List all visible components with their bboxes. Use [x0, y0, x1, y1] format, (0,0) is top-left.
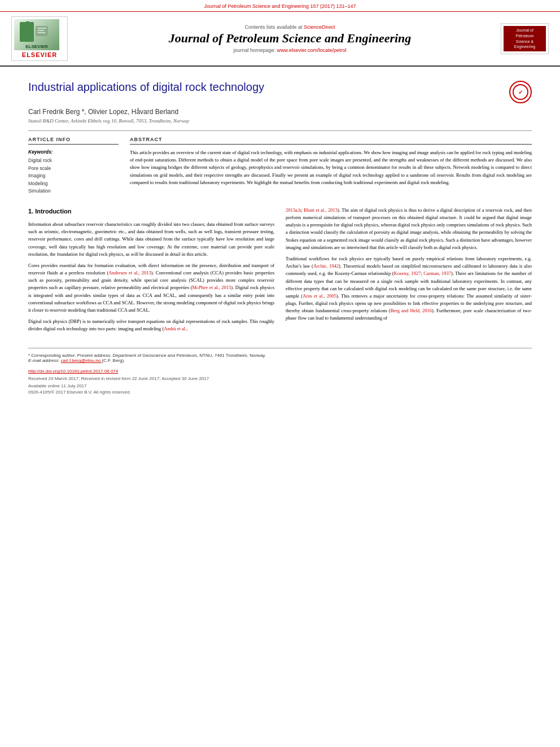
body-para-2: Cores provides essential data for format… — [28, 262, 274, 314]
keyword-5: Simulation — [28, 187, 119, 195]
journal-citation: Journal of Petroleum Science and Enginee… — [204, 3, 356, 9]
journal-header: ELSEVIER Contents lists available at Sci… — [0, 12, 560, 67]
journal-logo-box: Journal of Petroleum Science & Engineeri… — [501, 23, 549, 54]
email-link[interactable]: carl.f.berg@ntnu.no — [61, 358, 102, 363]
svg-rect-1 — [24, 24, 26, 36]
keywords-label: Keywords: — [28, 149, 119, 155]
available-line: Available online 11 July 2017 — [28, 383, 532, 388]
jpe-logo-line1: Journal of — [505, 28, 544, 33]
email-suffix: (C.F. Berg). — [102, 358, 125, 363]
elsevier-image — [14, 19, 59, 50]
science-direct-link[interactable]: ScienceDirect — [304, 24, 335, 30]
ref-carman[interactable]: Carman, 1937 — [423, 270, 451, 276]
article-title-text: Industrial applications of digital rock … — [28, 81, 504, 94]
body-para-3: Digital rock physics (DRP) is to numeric… — [28, 318, 274, 333]
intro-heading: 1. Introduction — [28, 207, 274, 216]
ref-archie[interactable]: Archie, 1942 — [313, 263, 339, 269]
body-column-left: 1. Introduction Information about subsur… — [28, 207, 274, 337]
received-line: Received 24 March 2017; Received in revi… — [28, 376, 532, 381]
ref-2013ab[interactable]: 2013a,b — [286, 207, 301, 213]
abstract-panel: ABSTRACT This article provides an overvi… — [130, 137, 532, 195]
ref-andersen[interactable]: Andersen et al., 2013 — [108, 270, 151, 276]
journal-title: Journal of Petroleum Science and Enginee… — [79, 31, 501, 46]
keyword-1: Digital rock — [28, 157, 119, 165]
keyword-3: Imaging — [28, 172, 119, 180]
jpe-logo-line3: Science & — [505, 39, 544, 45]
abstract-text: This article provides an overview of the… — [130, 149, 532, 186]
abstract-heading: ABSTRACT — [130, 137, 532, 145]
authors-line: Carl Fredrik Berg *, Olivier Lopez, Håva… — [28, 108, 532, 116]
body-para-r2: Traditional workflows for rock physics a… — [286, 255, 532, 322]
body-para-r1: 2013a,b; Blunt et al., 2013). The aim of… — [286, 207, 532, 251]
footnote-area: * Corresponding author. Present address:… — [28, 348, 532, 363]
copyright-line: 0920-4105/© 2017 Elsevier B.V. All right… — [28, 390, 532, 395]
doi-line: http://dx.doi.org/10.1016/j.petrol.2017.… — [28, 369, 532, 374]
ref-kozeny[interactable]: Kozeny, 1927 — [394, 270, 421, 276]
journal-header-middle: Contents lists available at ScienceDirec… — [79, 24, 501, 53]
svg-text:✓: ✓ — [518, 89, 523, 95]
svg-rect-7 — [37, 32, 45, 33]
ref-mcphee[interactable]: McPhee et al., 2015 — [192, 285, 231, 290]
doi-link[interactable]: http://dx.doi.org/10.1016/j.petrol.2017.… — [28, 369, 118, 374]
svg-rect-5 — [37, 28, 46, 29]
article-info-abstract-row: ARTICLE INFO Keywords: Digital rock Pore… — [28, 130, 532, 195]
elsevier-brand-text: ELSEVIER — [14, 51, 65, 58]
svg-point-3 — [24, 21, 31, 26]
affiliation-line: Statoil R&D Center, Arkitekt Ebbels veg … — [28, 118, 532, 124]
keyword-2: Pore scale — [28, 165, 119, 173]
svg-rect-2 — [27, 24, 29, 36]
science-direct-line: Contents lists available at ScienceDirec… — [79, 24, 501, 30]
elsevier-logo: ELSEVIER — [11, 16, 68, 61]
body-column-right: 2013a,b; Blunt et al., 2013). The aim of… — [286, 207, 532, 337]
jpe-logo-line4: Engineering — [505, 44, 544, 50]
article-info-heading: ARTICLE INFO — [28, 137, 119, 145]
journal-logo-inner: Journal of Petroleum Science & Engineeri… — [504, 26, 546, 51]
jpe-logo-line2: Petroleum — [505, 33, 544, 39]
body-section: 1. Introduction Information about subsur… — [28, 207, 532, 337]
corresponding-author-note: * Corresponding author. Present address:… — [28, 353, 532, 358]
ref-berg[interactable]: Berg and Held, 2016 — [391, 308, 432, 313]
ref-blunt[interactable]: Blunt et al., 2013 — [304, 207, 338, 213]
article-info-panel: ARTICLE INFO Keywords: Digital rock Pore… — [28, 137, 119, 195]
email-label: E-mail address: — [28, 358, 60, 363]
svg-rect-6 — [37, 30, 44, 31]
crossmark-badge[interactable]: ✓ — [509, 81, 532, 103]
ref-andra[interactable]: Andrä et al., — [164, 326, 187, 331]
article-title-row: Industrial applications of digital rock … — [28, 81, 532, 103]
journal-homepage-line: journal homepage: www.elsevier.com/locat… — [79, 47, 501, 53]
ref-arns[interactable]: Arns et al., 2005 — [303, 293, 336, 299]
homepage-link[interactable]: www.elsevier.com/locate/petrol — [277, 47, 347, 53]
main-content-area: Industrial applications of digital rock … — [0, 67, 560, 406]
keyword-4: Modeling — [28, 180, 119, 188]
email-line: E-mail address: carl.f.berg@ntnu.no (C.F… — [28, 358, 532, 363]
journal-citation-bar: Journal of Petroleum Science and Enginee… — [0, 0, 560, 12]
svg-rect-0 — [23, 23, 33, 38]
body-para-1: Information about subsurface reservoir c… — [28, 221, 274, 258]
keywords-list: Digital rock Pore scale Imaging Modeling… — [28, 157, 119, 195]
